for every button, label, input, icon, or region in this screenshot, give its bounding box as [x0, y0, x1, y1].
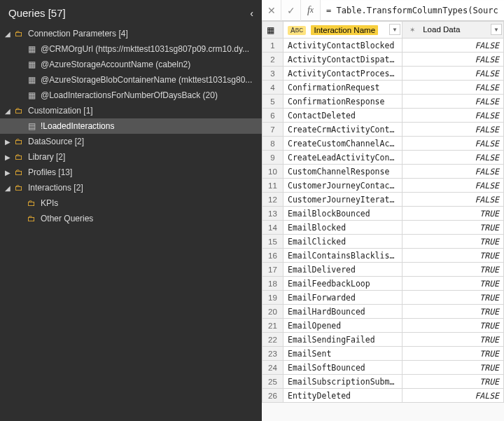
tree-item[interactable]: ▶🗀DataSource [2] [0, 134, 262, 149]
table-row[interactable]: 17EmailDeliveredTRUE [262, 263, 504, 277]
table-row[interactable]: 15EmailClickedTRUE [262, 235, 504, 249]
expand-arrow-icon[interactable]: ▶ [3, 169, 13, 177]
table-row[interactable]: 5ConfirmationResponseFALSE [262, 95, 504, 109]
cell-load-data[interactable]: TRUE [402, 249, 504, 263]
cell-load-data[interactable]: FALSE [402, 67, 504, 81]
table-row[interactable]: 21EmailOpenedTRUE [262, 319, 504, 333]
table-row[interactable]: 18EmailFeedbackLoopTRUE [262, 277, 504, 291]
cell-load-data[interactable]: FALSE [402, 151, 504, 165]
cell-interaction-name[interactable]: CustomerJourneyIterati… [284, 193, 402, 207]
tree-item[interactable]: ▶🗀Profiles [13] [0, 165, 262, 180]
formula-accept-button[interactable]: ✓ [281, 0, 301, 21]
cell-interaction-name[interactable]: EmailFeedbackLoop [284, 277, 402, 291]
cell-load-data[interactable]: TRUE [402, 263, 504, 277]
cell-load-data[interactable]: FALSE [402, 179, 504, 193]
table-row[interactable]: 11CustomerJourneyContact…FALSE [262, 179, 504, 193]
table-row[interactable]: 16EmailContainsBlacklist…TRUE [262, 249, 504, 263]
table-row[interactable]: 13EmailBlockBouncedTRUE [262, 207, 504, 221]
cell-interaction-name[interactable]: EmailHardBounced [284, 305, 402, 319]
cell-interaction-name[interactable]: EmailSubscriptionSubmit [284, 375, 402, 389]
cell-interaction-name[interactable]: EmailSoftBounced [284, 361, 402, 375]
cell-interaction-name[interactable]: EmailBlocked [284, 221, 402, 235]
cell-interaction-name[interactable]: EmailSendingFailed [284, 333, 402, 347]
cell-load-data[interactable]: TRUE [402, 347, 504, 361]
column-header-interaction-name[interactable]: ABC Interaction Name ▼ [284, 22, 402, 39]
table-row[interactable]: 8CreateCustomChannelAct…FALSE [262, 137, 504, 151]
tree-item[interactable]: ▦@CRMOrgUrl (https://mkttest1031sg807p09… [0, 41, 262, 57]
fx-icon[interactable]: fx [301, 0, 321, 21]
cell-interaction-name[interactable]: ContactDeleted [284, 109, 402, 123]
table-row[interactable]: 4ConfirmationRequestFALSE [262, 81, 504, 95]
cell-load-data[interactable]: TRUE [402, 319, 504, 333]
cell-interaction-name[interactable]: EmailForwarded [284, 291, 402, 305]
cell-interaction-name[interactable]: CreateLeadActivityCont… [284, 151, 402, 165]
cell-load-data[interactable]: TRUE [402, 277, 504, 291]
cell-load-data[interactable]: TRUE [402, 235, 504, 249]
column-header-load-data[interactable]: ✶ Load Data ▼ [402, 22, 504, 39]
expand-arrow-icon[interactable]: ◢ [3, 107, 13, 115]
table-row[interactable]: 14EmailBlockedTRUE [262, 221, 504, 235]
table-row[interactable]: 20EmailHardBouncedTRUE [262, 305, 504, 319]
expand-arrow-icon[interactable]: ◢ [3, 30, 13, 38]
cell-load-data[interactable]: FALSE [402, 81, 504, 95]
tree-item[interactable]: ◢🗀Interactions [2] [0, 180, 262, 195]
cell-interaction-name[interactable]: ConfirmationResponse [284, 95, 402, 109]
cell-load-data[interactable]: FALSE [402, 39, 504, 53]
cell-interaction-name[interactable]: ActivityContactProcess… [284, 67, 402, 81]
collapse-sidebar-icon[interactable]: ‹ [250, 8, 253, 19]
cell-interaction-name[interactable]: CustomChannelResponse [284, 165, 402, 179]
table-row[interactable]: 7CreateCrmActivityConta…FALSE [262, 123, 504, 137]
cell-interaction-name[interactable]: EmailOpened [284, 319, 402, 333]
cell-load-data[interactable]: TRUE [402, 333, 504, 347]
cell-load-data[interactable]: TRUE [402, 305, 504, 319]
table-row[interactable]: 12CustomerJourneyIterati…FALSE [262, 193, 504, 207]
table-row[interactable]: 2ActivityContactDispatc…FALSE [262, 53, 504, 67]
table-row[interactable]: 6ContactDeletedFALSE [262, 109, 504, 123]
cell-load-data[interactable]: FALSE [402, 137, 504, 151]
cell-load-data[interactable]: TRUE [402, 361, 504, 375]
cell-load-data[interactable]: TRUE [402, 291, 504, 305]
cell-load-data[interactable]: FALSE [402, 109, 504, 123]
cell-load-data[interactable]: FALSE [402, 95, 504, 109]
cell-interaction-name[interactable]: EmailDelivered [284, 263, 402, 277]
expand-arrow-icon[interactable]: ▶ [3, 153, 13, 161]
table-row[interactable]: 25EmailSubscriptionSubmitTRUE [262, 375, 504, 389]
grid-corner[interactable]: ▦ [262, 22, 284, 39]
column-filter-dropdown[interactable]: ▼ [389, 24, 400, 35]
cell-load-data[interactable]: TRUE [402, 221, 504, 235]
cell-load-data[interactable]: FALSE [402, 165, 504, 179]
formula-cancel-button[interactable]: ✕ [262, 0, 281, 21]
cell-interaction-name[interactable]: EmailSent [284, 347, 402, 361]
table-row[interactable]: 9CreateLeadActivityCont…FALSE [262, 151, 504, 165]
cell-interaction-name[interactable]: CreateCustomChannelAct… [284, 137, 402, 151]
cell-interaction-name[interactable]: ActivityContactDispatc… [284, 53, 402, 67]
tree-item[interactable]: ◢🗀Connection Parameters [4] [0, 26, 262, 41]
cell-load-data[interactable]: TRUE [402, 375, 504, 389]
cell-load-data[interactable]: FALSE [402, 53, 504, 67]
cell-load-data[interactable]: FALSE [402, 193, 504, 207]
cell-interaction-name[interactable]: EmailBlockBounced [284, 207, 402, 221]
cell-interaction-name[interactable]: EmailContainsBlacklist… [284, 249, 402, 263]
cell-load-data[interactable]: TRUE [402, 207, 504, 221]
formula-input[interactable] [321, 1, 504, 20]
expand-arrow-icon[interactable]: ◢ [3, 184, 13, 192]
tree-item[interactable]: ▦@AzureStorageBlobContainerName (mkttest… [0, 72, 262, 88]
tree-item[interactable]: 🗀Other Queries [0, 211, 262, 226]
tree-item[interactable]: ▦@AzureStorageAccountName (cabeln2) [0, 57, 262, 72]
tree-item[interactable]: 🗀KPIs [0, 195, 262, 211]
cell-interaction-name[interactable]: ConfirmationRequest [284, 81, 402, 95]
table-row[interactable]: 3ActivityContactProcess…FALSE [262, 67, 504, 81]
tree-item[interactable]: ◢🗀Customization [1] [0, 103, 262, 118]
expand-arrow-icon[interactable]: ▶ [3, 138, 13, 146]
cell-interaction-name[interactable]: EmailClicked [284, 235, 402, 249]
cell-interaction-name[interactable]: ActivityContactBlocked [284, 39, 402, 53]
cell-load-data[interactable]: FALSE [402, 123, 504, 137]
tree-item[interactable]: ▦@LoadInteractionsForNumberOfDaysBack (2… [0, 88, 262, 103]
tree-item[interactable]: ▶🗀Library [2] [0, 149, 262, 165]
cell-interaction-name[interactable]: CreateCrmActivityConta… [284, 123, 402, 137]
table-row[interactable]: 26EntityDeletedFALSE [262, 389, 504, 403]
tree-item[interactable]: ▤!LoadedInteractions [0, 118, 262, 134]
table-row[interactable]: 23EmailSentTRUE [262, 347, 504, 361]
cell-interaction-name[interactable]: EntityDeleted [284, 389, 402, 403]
table-row[interactable]: 22EmailSendingFailedTRUE [262, 333, 504, 347]
